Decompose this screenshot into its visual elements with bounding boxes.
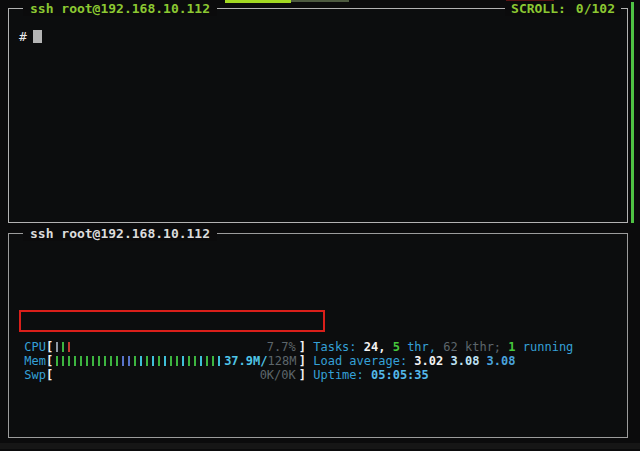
- prompt-symbol: #: [19, 29, 27, 44]
- stats-line: Load average: 3.02 3.08 3.08: [306, 354, 516, 368]
- meter-bar: [122, 356, 124, 366]
- meter-bar: [176, 356, 178, 366]
- meter-value-text: 7.7%: [267, 340, 296, 354]
- meter-bar: [158, 356, 160, 366]
- meter-bar: [56, 342, 58, 352]
- meter-bar: [134, 356, 136, 366]
- meter-bar: [170, 356, 172, 366]
- meter-bar: [146, 356, 148, 366]
- meter-value-text: 37.9M/: [224, 354, 267, 368]
- meter-bar: [110, 356, 112, 366]
- meter-bars: 37.9M/128M: [53, 354, 299, 368]
- meter-bar: [86, 356, 88, 366]
- scroll-indicator: SCROLL:0/102: [505, 1, 621, 16]
- meter-bar: [194, 356, 196, 366]
- meter-bar: [74, 356, 76, 366]
- stats-text: 5: [393, 340, 400, 354]
- meter-bar: [164, 356, 166, 366]
- stats-text: running: [516, 340, 574, 354]
- meter-bracket-open: [: [46, 368, 53, 382]
- stats-line: Tasks: 24, 5 thr, 62 kthr; 1 running: [306, 340, 573, 354]
- meter-bar: [206, 356, 208, 366]
- top-pane-title: ssh root@192.168.10.112: [23, 1, 217, 16]
- text-cursor: [33, 30, 42, 43]
- meter-bar: [92, 356, 94, 366]
- meter-bar: [68, 356, 70, 366]
- meter-bar: [62, 356, 64, 366]
- meter-bar: [140, 356, 142, 366]
- meter-bar: [104, 356, 106, 366]
- meter-bar: [68, 342, 70, 352]
- top-edge-artifact-dim: [291, 0, 349, 2]
- stats-text: Tasks:: [313, 340, 364, 354]
- meter-bar: [200, 356, 202, 366]
- meter-bar: [128, 356, 130, 366]
- stats-text: 3.08: [450, 354, 486, 368]
- terminal-pane-bottom[interactable]: ssh root@192.168.10.112 CPU[7.7%]Tasks: …: [8, 233, 628, 438]
- meter-bars: 7.7%: [53, 340, 299, 354]
- stats-text: 3.02: [414, 354, 450, 368]
- stats-text: 24,: [364, 340, 393, 354]
- meter-line: Mem[37.9M/128M]Load average: 3.02 3.08 3…: [17, 354, 627, 368]
- meter-bar: [116, 356, 118, 366]
- meter-bracket-close: ]: [299, 368, 306, 382]
- meter-bracket-open: [: [46, 354, 53, 368]
- stats-text: 62 kthr;: [443, 340, 508, 354]
- meter-bars: 0K/0K: [53, 368, 299, 382]
- meter-bar: [188, 356, 190, 366]
- top-edge-artifact-bright: [225, 0, 291, 3]
- stats-text: 3.08: [487, 354, 516, 368]
- screen: ssh root@192.168.10.112 SCROLL:0/102 # s…: [0, 0, 640, 451]
- scroll-value: 0/102: [576, 1, 615, 16]
- meter-bar: [98, 356, 100, 366]
- stats-text: thr,: [400, 340, 443, 354]
- mem-annotation-box: [19, 310, 325, 332]
- meter-bracket-close: ]: [299, 340, 306, 354]
- meter-value: 0K/0K: [260, 368, 296, 382]
- meter-label: CPU: [17, 340, 46, 354]
- meter-bar: [212, 356, 214, 366]
- meter-bar: [152, 356, 154, 366]
- stats-text: 05:05:35: [371, 368, 429, 382]
- meter-bracket-open: [: [46, 340, 53, 354]
- meter-label: Swp: [17, 368, 46, 382]
- terminal-pane-top[interactable]: ssh root@192.168.10.112 SCROLL:0/102 #: [8, 8, 628, 223]
- htop-app: CPU[7.7%]Tasks: 24, 5 thr, 62 kthr; 1 ru…: [9, 234, 627, 451]
- meter-value-text: 0K/0K: [260, 368, 296, 382]
- meter-bar: [80, 356, 82, 366]
- meter-bar: [218, 356, 220, 366]
- meter-line: Swp[0K/0K]Uptime: 05:05:35: [17, 368, 627, 382]
- mem-meter: Mem[37.9M/128M]: [17, 354, 306, 368]
- meter-bar: [56, 356, 58, 366]
- scroll-label: SCROLL:: [511, 1, 566, 16]
- bottom-strip: [0, 443, 640, 449]
- meter-line: CPU[7.7%]Tasks: 24, 5 thr, 62 kthr; 1 ru…: [17, 340, 627, 354]
- meter-value: 37.9M/128M: [224, 354, 296, 368]
- active-pane-accent: [631, 2, 634, 223]
- meter-value-text: 128M: [268, 354, 297, 368]
- stats-text: 1: [508, 340, 515, 354]
- stats-text: Load average:: [313, 354, 414, 368]
- meter-label: Mem: [17, 354, 46, 368]
- htop-meters: CPU[7.7%]Tasks: 24, 5 thr, 62 kthr; 1 ru…: [17, 298, 627, 382]
- stats-text: Uptime:: [313, 368, 371, 382]
- meter-bar: [62, 342, 64, 352]
- meter-bar: [182, 356, 184, 366]
- meter-bracket-close: ]: [299, 354, 306, 368]
- meter-value: 7.7%: [267, 340, 296, 354]
- swp-meter: Swp[0K/0K]: [17, 368, 306, 382]
- cpu-meter: CPU[7.7%]: [17, 340, 306, 354]
- stats-line: Uptime: 05:05:35: [306, 368, 429, 382]
